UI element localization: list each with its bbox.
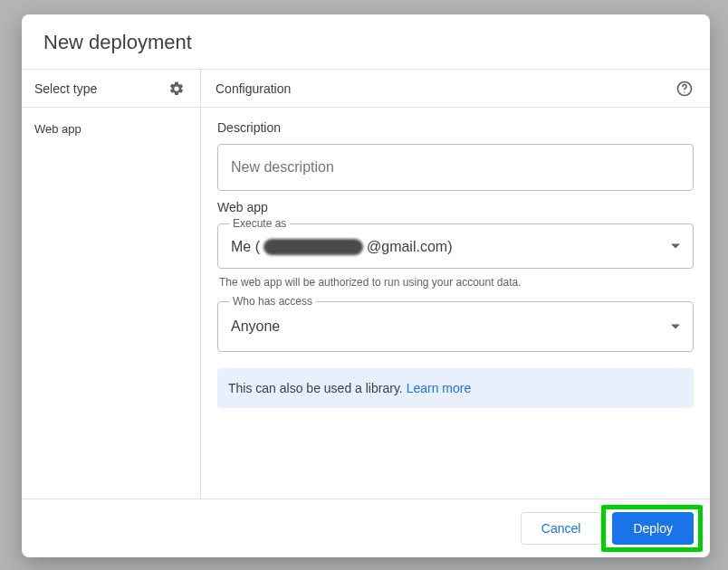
chevron-down-icon <box>671 244 680 249</box>
type-list: Web app <box>22 108 200 150</box>
library-info-banner: This can also be used a library. Learn m… <box>217 368 694 408</box>
configuration-column: Configuration Description Web app Execut… <box>201 70 710 499</box>
webapp-label: Web app <box>217 200 694 214</box>
execute-as-value: Me (@gmail.com) <box>231 239 656 255</box>
execute-as-field-label: Execute as <box>229 217 290 230</box>
access-value: Anyone <box>231 318 656 335</box>
dialog-body: Select type Web app Configuration Descri… <box>22 69 710 499</box>
new-deployment-dialog: New deployment Select type Web app Confi… <box>22 14 710 557</box>
configuration-label: Configuration <box>216 81 291 96</box>
execute-as-select[interactable]: Execute as Me (@gmail.com) <box>217 223 694 269</box>
configuration-header: Configuration <box>201 70 710 108</box>
dialog-title: New deployment <box>22 14 710 69</box>
redacted-email <box>263 239 363 255</box>
type-item-web-app[interactable]: Web app <box>22 115 200 143</box>
execute-as-prefix: Me ( <box>231 239 260 255</box>
gear-icon[interactable] <box>166 78 187 100</box>
chevron-down-icon <box>671 325 680 329</box>
select-type-header: Select type <box>22 70 200 108</box>
description-label: Description <box>217 120 694 135</box>
select-type-column: Select type Web app <box>22 70 201 499</box>
dialog-footer: Cancel Deploy <box>22 499 710 557</box>
execute-as-suffix: @gmail.com) <box>367 239 452 255</box>
description-input[interactable] <box>217 144 694 191</box>
learn-more-link[interactable]: Learn more <box>407 381 472 395</box>
execute-as-helper: The web app will be authorized to run us… <box>219 276 692 289</box>
access-field-label: Who has access <box>229 295 316 308</box>
help-icon[interactable] <box>674 78 695 100</box>
deploy-button[interactable]: Deploy <box>612 512 694 545</box>
configuration-body: Description Web app Execute as Me (@gmai… <box>201 108 710 421</box>
svg-point-1 <box>684 91 685 92</box>
select-type-label: Select type <box>34 81 97 96</box>
cancel-button[interactable]: Cancel <box>521 512 602 545</box>
who-has-access-select[interactable]: Who has access Anyone <box>217 301 694 352</box>
banner-text: This can also be used a library. <box>228 381 407 395</box>
